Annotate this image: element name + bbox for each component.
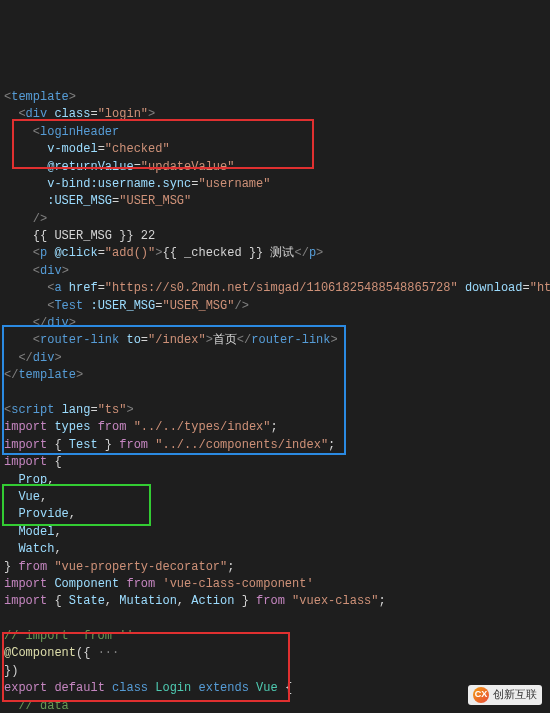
line: export default class Login extends Vue { xyxy=(4,681,292,695)
line: Vue, xyxy=(4,490,47,504)
line: <p @click="add()">{{ _checked }} 测试</p> xyxy=(4,246,323,260)
line: Prop, xyxy=(4,473,54,487)
watermark: CX 创新互联 xyxy=(468,685,542,705)
code-editor: <template> <div class="login"> <loginHea… xyxy=(0,70,550,713)
line: import { xyxy=(4,455,62,469)
line: @Component({ ··· xyxy=(4,646,119,660)
line: {{ USER_MSG }} 22 xyxy=(4,229,155,243)
line: <div class="login"> xyxy=(4,107,155,121)
watermark-icon: CX xyxy=(473,687,489,703)
line: v-model="checked" xyxy=(4,142,170,156)
line: Model, xyxy=(4,525,62,539)
line: import { State, Mutation, Action } from … xyxy=(4,594,386,608)
line: import { Test } from "../../components/i… xyxy=(4,438,335,452)
line: <router-link to="/index">首页</router-link… xyxy=(4,333,338,347)
line: :USER_MSG="USER_MSG" xyxy=(4,194,191,208)
watermark-text: 创新互联 xyxy=(493,687,537,703)
line: // data xyxy=(4,699,69,713)
line: </div> xyxy=(4,351,62,365)
line: <Test :USER_MSG="USER_MSG"/> xyxy=(4,299,249,313)
line: }) xyxy=(4,664,18,678)
line: <template> xyxy=(4,90,76,104)
line: } from "vue-property-decorator"; xyxy=(4,560,234,574)
line: // import from '' xyxy=(4,629,134,643)
line: <a href="https://s0.2mdn.net/simgad/1106… xyxy=(4,281,550,295)
line: Provide, xyxy=(4,507,76,521)
blank-line xyxy=(4,612,11,626)
line: import types from "../../types/index"; xyxy=(4,420,278,434)
line: @returnValue="updateValue" xyxy=(4,160,234,174)
line: Watch, xyxy=(4,542,62,556)
line: import Component from 'vue-class-compone… xyxy=(4,577,314,591)
line: <loginHeader xyxy=(4,125,119,139)
line: </div> xyxy=(4,316,76,330)
blank-line xyxy=(4,386,11,400)
line: /> xyxy=(4,212,47,226)
line: <script lang="ts"> xyxy=(4,403,134,417)
line: <div> xyxy=(4,264,69,278)
line: </template> xyxy=(4,368,83,382)
line: v-bind:username.sync="username" xyxy=(4,177,270,191)
